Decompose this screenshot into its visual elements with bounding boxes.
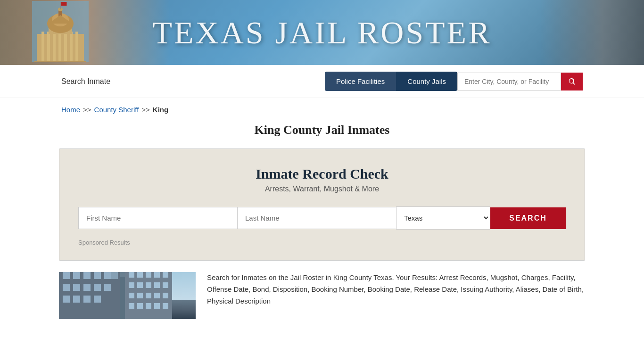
svg-rect-54 <box>163 293 168 298</box>
search-icon <box>568 77 576 86</box>
breadcrumb: Home >> County Sheriff >> King <box>0 98 644 117</box>
building-svg <box>59 272 196 319</box>
state-select[interactable]: AlabamaAlaskaArizonaArkansasCaliforniaCo… <box>396 206 490 230</box>
search-inmate-label: Search Inmate <box>61 77 325 86</box>
svg-rect-26 <box>73 284 80 291</box>
svg-rect-49 <box>163 282 168 288</box>
svg-rect-31 <box>73 296 80 303</box>
breadcrumb-current: King <box>153 106 168 114</box>
svg-rect-21 <box>83 272 91 279</box>
capitol-dome-icon <box>32 1 89 62</box>
svg-rect-25 <box>63 284 70 291</box>
last-name-input[interactable] <box>237 207 396 229</box>
bottom-section: Search for Inmates on the Jail Roster in… <box>0 272 644 319</box>
svg-rect-2 <box>41 32 44 62</box>
svg-rect-5 <box>58 32 61 62</box>
svg-rect-28 <box>94 284 101 291</box>
svg-rect-51 <box>137 293 143 298</box>
svg-rect-59 <box>163 303 168 309</box>
breadcrumb-sep2: >> <box>141 106 150 114</box>
record-check-subtitle: Arrests, Warrant, Mugshot & More <box>78 185 566 193</box>
svg-rect-9 <box>34 61 86 62</box>
svg-rect-42 <box>146 272 151 278</box>
svg-rect-22 <box>94 272 101 279</box>
svg-rect-33 <box>94 296 101 303</box>
nav-buttons: Police Facilities County Jails <box>325 72 583 91</box>
svg-rect-29 <box>104 284 111 291</box>
svg-rect-58 <box>154 303 160 309</box>
record-search-button[interactable]: SEARCH <box>490 207 566 229</box>
svg-rect-57 <box>146 303 151 309</box>
svg-rect-53 <box>154 293 160 298</box>
svg-rect-20 <box>73 272 80 279</box>
svg-rect-30 <box>63 296 70 303</box>
svg-rect-52 <box>146 293 151 298</box>
svg-rect-45 <box>129 282 134 288</box>
svg-rect-6 <box>64 32 67 62</box>
svg-rect-50 <box>129 293 134 298</box>
svg-rect-8 <box>75 32 78 62</box>
banner-right-image <box>540 0 644 65</box>
svg-rect-40 <box>129 272 134 278</box>
svg-rect-3 <box>47 32 50 62</box>
svg-rect-47 <box>146 282 151 288</box>
svg-rect-27 <box>83 284 91 291</box>
svg-rect-16 <box>61 2 67 6</box>
facility-search-button[interactable] <box>561 73 583 90</box>
sponsored-results-label: Sponsored Results <box>78 239 566 246</box>
breadcrumb-county-sheriff[interactable]: County Sheriff <box>94 106 139 114</box>
svg-rect-7 <box>70 32 73 62</box>
record-check-box: Inmate Record Check Arrests, Warrant, Mu… <box>59 148 585 261</box>
svg-rect-46 <box>137 282 143 288</box>
police-facilities-button[interactable]: Police Facilities <box>325 72 396 91</box>
page-title: King County Jail Inmates <box>0 117 644 148</box>
breadcrumb-sep1: >> <box>83 106 91 114</box>
svg-rect-19 <box>63 272 70 279</box>
svg-rect-41 <box>137 272 143 278</box>
svg-rect-24 <box>111 272 118 279</box>
svg-rect-4 <box>53 32 56 62</box>
facility-search-input[interactable] <box>457 73 561 90</box>
county-building-image <box>59 272 196 319</box>
svg-rect-48 <box>154 282 160 288</box>
breadcrumb-home[interactable]: Home <box>61 106 80 114</box>
svg-rect-44 <box>163 272 168 278</box>
first-name-input[interactable] <box>78 207 237 229</box>
record-check-search-row: AlabamaAlaskaArizonaArkansasCaliforniaCo… <box>78 206 566 230</box>
svg-rect-23 <box>104 272 111 279</box>
navbar: Search Inmate Police Facilities County J… <box>0 65 644 98</box>
banner-title: Texas Jail Roster <box>152 14 491 51</box>
bottom-description: Search for Inmates on the Jail Roster in… <box>196 272 585 319</box>
svg-rect-43 <box>154 272 160 278</box>
svg-rect-56 <box>137 303 143 309</box>
svg-rect-32 <box>83 296 91 303</box>
record-check-title: Inmate Record Check <box>78 166 566 182</box>
header-banner: Texas Jail Roster <box>0 0 644 65</box>
county-jails-button[interactable]: County Jails <box>396 72 457 91</box>
svg-rect-15 <box>60 2 61 9</box>
svg-rect-55 <box>129 303 134 309</box>
